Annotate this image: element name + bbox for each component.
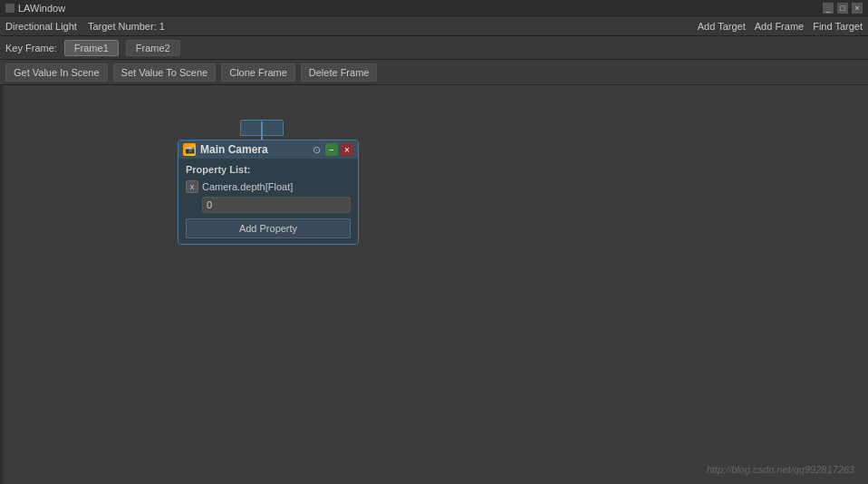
add-frame-button[interactable]: Add Frame xyxy=(755,21,804,32)
node-settings-button[interactable]: ⊙ xyxy=(310,143,323,156)
action-bar: Get Value In Scene Set Value To Scene Cl… xyxy=(0,60,868,85)
left-edge-decoration xyxy=(0,85,5,484)
node-close-button[interactable]: × xyxy=(341,143,353,156)
maximize-button[interactable]: □ xyxy=(837,3,848,14)
window-controls: _ □ × xyxy=(823,3,863,14)
menu-bar: Directional Light Target Number: 1 Add T… xyxy=(0,16,868,36)
menu-bar-left: Directional Light Target Number: 1 xyxy=(5,21,165,32)
set-value-button[interactable]: Set Value To Scene xyxy=(113,63,217,82)
connector-line xyxy=(261,121,263,141)
node-body: Property List: x Camera.depth[Float] Add… xyxy=(178,159,358,244)
title-bar: LAWindow _ □ × xyxy=(0,0,868,16)
target-number-label: Target Number: 1 xyxy=(88,21,165,32)
frame2-tab[interactable]: Frame2 xyxy=(126,40,180,56)
clone-frame-button[interactable]: Clone Frame xyxy=(221,63,295,82)
get-value-button[interactable]: Get Value In Scene xyxy=(5,63,108,82)
watermark: http://blog.csdn.net/qq992817263 xyxy=(707,464,854,475)
property-list-label: Property List: xyxy=(186,164,351,175)
add-target-button[interactable]: Add Target xyxy=(698,21,746,32)
add-property-button[interactable]: Add Property xyxy=(186,218,351,238)
node-card: 📷 Main Camera ⊙ − × Property List: x Cam… xyxy=(178,140,359,245)
directional-light-label[interactable]: Directional Light xyxy=(5,21,77,32)
property-row: x Camera.depth[Float] xyxy=(186,180,351,193)
menu-bar-right: Add Target Add Frame Find Target xyxy=(698,21,863,32)
title-bar-left: LAWindow xyxy=(5,3,65,14)
keyframe-label: Key Frame: xyxy=(5,43,57,53)
main-content: 📷 Main Camera ⊙ − × Property List: x Cam… xyxy=(0,85,868,484)
node-title: Main Camera xyxy=(200,143,268,156)
node-header-left: 📷 Main Camera xyxy=(183,143,268,156)
frame1-tab[interactable]: Frame1 xyxy=(64,40,119,56)
keyframe-bar: Key Frame: Frame1 Frame2 xyxy=(0,36,868,60)
app-title: LAWindow xyxy=(18,3,65,14)
property-value-input[interactable] xyxy=(202,197,351,213)
camera-icon: 📷 xyxy=(183,143,196,156)
close-button[interactable]: × xyxy=(852,3,863,14)
find-target-button[interactable]: Find Target xyxy=(813,21,863,32)
property-value-row xyxy=(186,197,351,213)
property-name: Camera.depth[Float] xyxy=(202,181,293,192)
node-minus-button[interactable]: − xyxy=(325,143,338,156)
node-header: 📷 Main Camera ⊙ − × xyxy=(178,140,358,159)
delete-frame-button[interactable]: Delete Frame xyxy=(301,63,378,82)
node-header-controls: ⊙ − × xyxy=(310,143,353,156)
app-icon xyxy=(5,4,14,13)
minimize-button[interactable]: _ xyxy=(823,3,834,14)
property-remove-button[interactable]: x xyxy=(186,180,198,193)
